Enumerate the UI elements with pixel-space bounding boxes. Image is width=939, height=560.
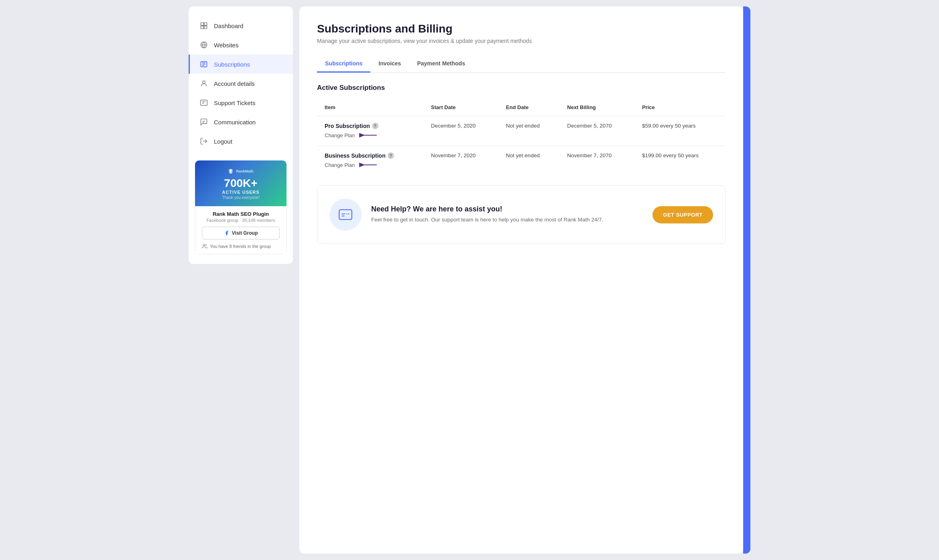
pro-start-date: December 5, 2020	[424, 116, 499, 146]
promo-count: 700K+	[201, 177, 280, 190]
visit-group-btn-label: Visit Group	[232, 230, 258, 236]
main-content: Subscriptions and Billing Manage your ac…	[299, 6, 743, 554]
sidebar-item-websites[interactable]: Websites	[189, 35, 293, 55]
svg-point-5	[203, 244, 205, 246]
col-end-date: End Date	[499, 99, 560, 116]
business-price: $199.00 every 50 years	[635, 146, 726, 176]
logout-icon	[199, 137, 208, 146]
business-change-plan-link[interactable]: Change Plan	[325, 162, 355, 168]
business-start-date: November 7, 2020	[424, 146, 499, 176]
help-section: Need Help? We are here to assist you! Fe…	[317, 185, 726, 244]
tabs-bar: Subscriptions Invoices Payment Methods	[317, 55, 726, 73]
sidebar-nav: Dashboard Websites	[189, 16, 293, 151]
business-subscription-name: Business Subscription	[325, 152, 386, 159]
promo-plugin-name: Rank Math SEO Plugin	[202, 211, 280, 217]
promo-banner: RankMath 700K+ ACTIVE USERS Thank you ev…	[195, 160, 287, 206]
dashboard-icon	[199, 21, 208, 30]
support-icon	[199, 98, 208, 107]
sidebar-item-account[interactable]: Account details	[189, 74, 293, 93]
promo-label: ACTIVE USERS	[201, 190, 280, 195]
svg-point-12	[348, 213, 350, 215]
page-subtitle: Manage your active subscriptions, view y…	[317, 38, 726, 44]
table-row: Business Subscription ? Change Plan	[317, 146, 726, 176]
promo-thanks: Thank you everyone!	[201, 195, 280, 200]
business-arrow-icon	[358, 161, 378, 169]
help-description: Feel free to get in touch. Our support t…	[371, 216, 643, 224]
visit-group-button[interactable]: Visit Group	[202, 227, 280, 239]
table-row: Pro Subscription ? Change Plan	[317, 116, 726, 146]
communication-icon	[199, 118, 208, 126]
pro-end-date: Not yet ended	[499, 116, 560, 146]
help-icon-circle	[329, 199, 362, 231]
sub-item-cell-1: Pro Subscription ? Change Plan	[317, 116, 424, 146]
help-title: Need Help? We are here to assist you!	[371, 205, 643, 213]
subscriptions-table: Item Start Date End Date Next Billing Pr…	[317, 98, 726, 176]
sidebar-item-logout[interactable]: Logout	[189, 132, 293, 151]
friends-text: You have 8 friends in the group	[210, 244, 271, 249]
business-next-billing: November 7, 2070	[560, 146, 635, 176]
col-price: Price	[635, 99, 726, 116]
sidebar-item-logout-label: Logout	[214, 138, 232, 145]
tab-payment-methods[interactable]: Payment Methods	[409, 55, 473, 73]
pro-arrow-icon	[358, 131, 378, 139]
right-accent-bar	[743, 6, 750, 554]
svg-point-2	[203, 81, 205, 83]
promo-logo-text: RankMath	[236, 169, 253, 173]
sidebar-item-subscriptions[interactable]: Subscriptions	[189, 55, 293, 74]
sub-item-cell-2: Business Subscription ? Change Plan	[317, 146, 424, 176]
business-change-plan-row: Change Plan	[325, 161, 417, 169]
promo-card-footer: Rank Math SEO Plugin Facebook group · 35…	[195, 206, 287, 254]
svg-point-11	[346, 213, 348, 215]
sidebar: Dashboard Websites	[189, 6, 293, 264]
friends-row: You have 8 friends in the group	[202, 243, 280, 249]
promo-logo-row: RankMath	[201, 168, 280, 174]
get-support-button[interactable]: GET SUPPORT	[652, 206, 713, 223]
account-icon	[199, 79, 208, 88]
websites-icon	[199, 41, 208, 49]
tab-invoices[interactable]: Invoices	[370, 55, 409, 73]
sidebar-item-support[interactable]: Support Tickets	[189, 93, 293, 112]
pro-change-plan-link[interactable]: Change Plan	[325, 132, 355, 138]
sidebar-item-communication[interactable]: Communication	[189, 112, 293, 132]
pro-change-plan-row: Change Plan	[325, 131, 417, 139]
sidebar-item-support-label: Support Tickets	[214, 99, 255, 106]
pro-next-billing: December 5, 2070	[560, 116, 635, 146]
sidebar-item-communication-label: Communication	[214, 119, 256, 126]
page-title: Subscriptions and Billing	[317, 22, 726, 35]
sidebar-item-account-label: Account details	[214, 80, 255, 87]
business-end-date: Not yet ended	[499, 146, 560, 176]
business-help-icon[interactable]: ?	[388, 152, 394, 159]
promo-card: RankMath 700K+ ACTIVE USERS Thank you ev…	[195, 160, 287, 254]
sidebar-item-dashboard-label: Dashboard	[214, 22, 243, 29]
col-item: Item	[317, 99, 424, 116]
sidebar-item-subscriptions-label: Subscriptions	[214, 61, 250, 68]
col-start-date: Start Date	[424, 99, 499, 116]
pro-subscription-name: Pro Subscription	[325, 123, 370, 129]
tab-subscriptions[interactable]: Subscriptions	[317, 55, 370, 73]
pro-price: $59.00 every 50 years	[635, 116, 726, 146]
subscriptions-icon	[199, 60, 208, 69]
svg-rect-10	[339, 210, 352, 220]
sidebar-item-websites-label: Websites	[214, 42, 238, 49]
pro-help-icon[interactable]: ?	[372, 123, 378, 129]
active-subscriptions-title: Active Subscriptions	[317, 84, 726, 92]
sidebar-item-dashboard[interactable]: Dashboard	[189, 16, 293, 35]
col-next-billing: Next Billing	[560, 99, 635, 116]
promo-group-info: Facebook group · 35,149 members	[202, 218, 280, 223]
help-text-block: Need Help? We are here to assist you! Fe…	[371, 205, 643, 224]
